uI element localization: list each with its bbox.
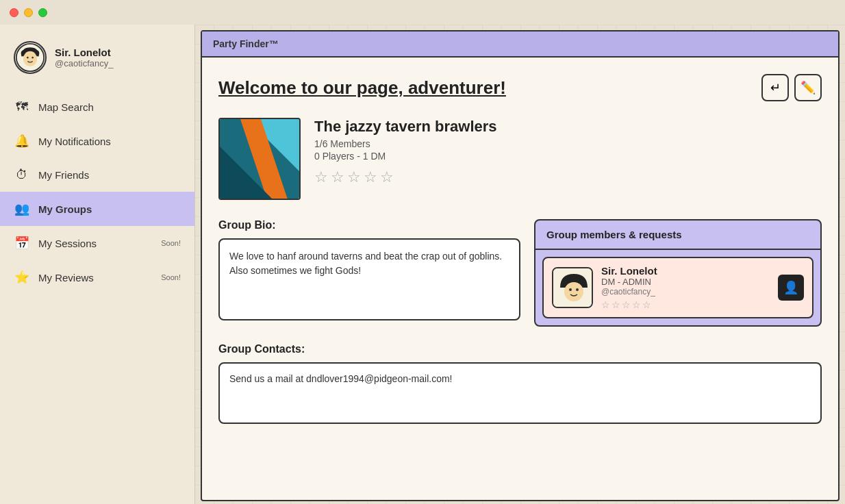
nav-label-map-search: Map Search [38,101,94,113]
title-actions: ↵ ✏️ [761,74,822,101]
edit-button[interactable]: ✏️ [794,74,822,101]
group-rating: ☆ ☆ ☆ ☆ ☆ [314,168,822,186]
members-panel: Group members & requests [534,219,822,327]
member-handle: @caoticfancy_ [601,287,770,297]
member-star-5: ☆ [642,299,651,310]
star-3[interactable]: ☆ [347,168,361,186]
member-star-1: ☆ [601,299,610,310]
member-role: DM - ADMIN [601,277,770,287]
app-header: Party Finder™ [202,32,838,58]
group-name: The jazzy tavern brawlers [314,118,822,136]
user-info: Sir. Lonelot @caoticfancy_ [55,47,113,68]
members-panel-header: Group members & requests [535,220,820,250]
nav-label-my-reviews: My Reviews [38,272,94,284]
group-info-card: The jazzy tavern brawlers 1/6 Members 0 … [218,118,822,200]
sidebar: Sir. Lonelot @caoticfancy_ 🗺 Map Search … [0,0,195,504]
two-column-layout: Group Bio: We love to hanf around tavern… [218,219,822,327]
member-star-3: ☆ [622,299,631,310]
close-button[interactable] [10,8,18,17]
member-card: Sir. Lonelot DM - ADMIN @caoticfancy_ ☆ … [542,257,814,318]
nav-label-my-notifications: My Notifications [38,136,111,147]
sidebar-item-my-reviews[interactable]: ⭐ My Reviews Soon! [0,260,194,294]
map-icon: 🗺 [14,100,30,114]
star-1[interactable]: ☆ [314,168,328,186]
svg-point-10 [569,288,572,291]
nav-label-my-friends: My Friends [38,169,89,181]
back-arrow-icon: ↵ [770,80,781,95]
star-4[interactable]: ☆ [364,168,377,186]
reviews-badge: Soon! [161,273,181,281]
sidebar-nav: 🗺 Map Search 🔔 My Notifications ⏱ My Fri… [0,90,194,294]
contacts-label: Group Contacts: [218,343,822,355]
sidebar-item-my-friends[interactable]: ⏱ My Friends [0,158,194,192]
member-name: Sir. Lonelot [601,265,770,277]
member-star-4: ☆ [632,299,641,310]
bio-text: We love to hanf around taverns and beat … [218,238,520,320]
nav-label-my-groups: My Groups [38,203,92,215]
nav-label-my-sessions: My Sessions [38,238,97,249]
svg-point-1 [23,51,37,66]
member-settings-icon: 👤 [783,280,798,295]
back-button[interactable]: ↵ [761,74,789,101]
member-info: Sir. Lonelot DM - ADMIN @caoticfancy_ ☆ … [601,265,770,310]
star-2[interactable]: ☆ [331,168,344,186]
svg-point-3 [31,57,34,59]
user-name: Sir. Lonelot [55,47,113,58]
contacts-text: Send us a mail at dndlover1994@pidgeon-m… [218,362,822,424]
window-chrome [0,0,845,25]
bio-label: Group Bio: [218,219,520,231]
bell-icon: 🔔 [14,134,30,149]
sidebar-item-my-groups[interactable]: 👥 My Groups [0,192,194,226]
main-content: Party Finder™ Welcome to our page, adven… [195,0,845,504]
sessions-badge: Soon! [161,239,181,247]
maximize-button[interactable] [38,8,47,17]
page-title: Welcome to our page, adventurer! [218,77,506,99]
star-5[interactable]: ☆ [380,168,394,186]
contacts-section: Group Contacts: Send us a mail at dndlov… [218,343,822,424]
avatar [14,41,47,74]
sidebar-item-my-sessions[interactable]: 📅 My Sessions Soon! [0,226,194,260]
minimize-button[interactable] [24,8,33,17]
member-rating: ☆ ☆ ☆ ☆ ☆ [601,299,770,310]
member-star-2: ☆ [611,299,620,310]
user-handle: @caoticfancy_ [55,58,113,68]
edit-pencil-icon: ✏️ [800,80,816,95]
members-column: Group members & requests [534,219,822,327]
bio-column: Group Bio: We love to hanf around tavern… [218,219,520,327]
page-body: Welcome to our page, adventurer! ↵ ✏️ [202,58,838,440]
friends-icon: ⏱ [14,168,30,182]
svg-point-9 [564,282,583,301]
user-profile: Sir. Lonelot @caoticfancy_ [0,30,194,90]
group-image [218,118,301,200]
groups-icon: 👥 [14,201,30,216]
title-row: Welcome to our page, adventurer! ↵ ✏️ [218,74,822,101]
svg-point-2 [27,57,29,59]
svg-point-11 [576,288,579,291]
sessions-icon: 📅 [14,236,30,251]
app-title: Party Finder™ [213,38,279,49]
group-details: The jazzy tavern brawlers 1/6 Members 0 … [314,118,822,186]
sidebar-item-map-search[interactable]: 🗺 Map Search [0,90,194,124]
group-members: 1/6 Members [314,138,822,149]
member-avatar [552,267,593,308]
group-players: 0 Players - 1 DM [314,151,822,162]
content-wrapper: Party Finder™ Welcome to our page, adven… [201,30,840,501]
sidebar-item-my-notifications[interactable]: 🔔 My Notifications [0,124,194,158]
member-settings-button[interactable]: 👤 [778,275,804,301]
reviews-icon: ⭐ [14,270,30,285]
